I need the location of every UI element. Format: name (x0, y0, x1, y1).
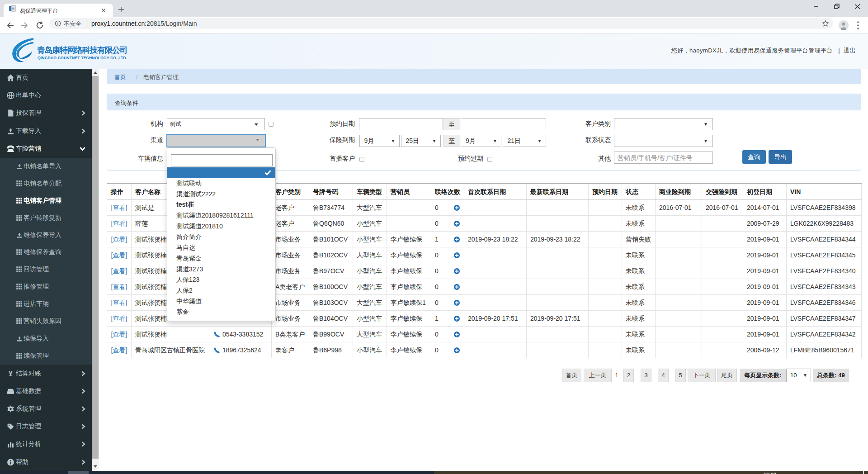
svg-text:¥: ¥ (9, 370, 13, 378)
